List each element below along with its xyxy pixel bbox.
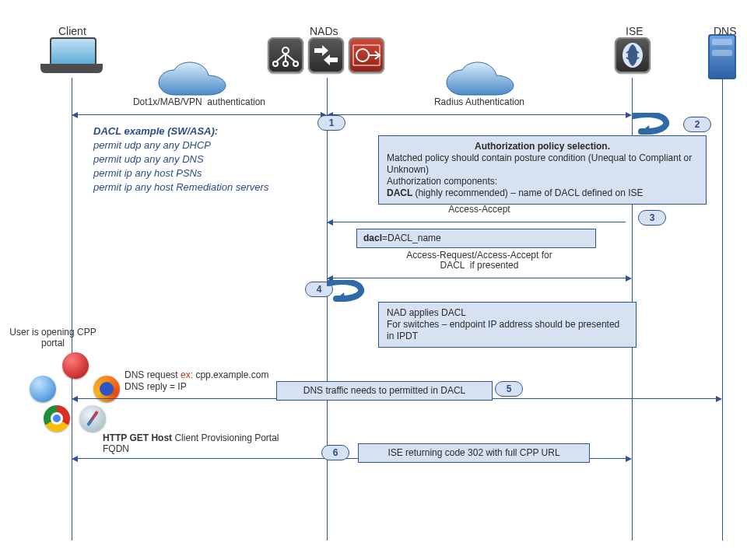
- msg-dot1x-auth: Dot1x/MAB/VPN authentication: [72, 109, 327, 120]
- note-dacl-value: dacl=DACL_name: [356, 229, 596, 248]
- msg-dot1x-auth-label: Dot1x/MAB/VPN authentication: [72, 96, 327, 107]
- note-dacl-eq: =DACL_name: [382, 233, 441, 243]
- svg-point-4: [356, 49, 369, 61]
- head-client-label: Client: [58, 25, 86, 37]
- ise-icon: [615, 37, 651, 73]
- dns-req-ex: ex:: [181, 369, 195, 380]
- safari-icon: [79, 405, 106, 432]
- msg-access-accept-label: Access-Accept: [327, 204, 632, 215]
- http-get-label: HTTP GET Host Client Provisioning Portal…: [103, 432, 279, 454]
- ie-icon: [30, 376, 56, 402]
- note-nad-applies: NAD applies DACL For switches – endpoint…: [378, 302, 637, 348]
- note-authz-title: Authorization policy selection.: [475, 141, 610, 152]
- dns-request-line: DNS request ex: cpp.example.com: [124, 369, 268, 380]
- badge-1: 1: [317, 115, 345, 131]
- note-nad-l2: For switches – endpoint IP address shoul…: [387, 319, 628, 342]
- nad-self-loop: [327, 280, 374, 306]
- note-authz-l3a: DACL: [387, 187, 415, 198]
- note-authz-l3b: (highly recommended) – name of DACL defi…: [415, 187, 643, 198]
- chrome-icon: [44, 405, 70, 432]
- msg-radius-auth-label: Radius Authentication: [327, 96, 632, 107]
- badge-5: 5: [495, 381, 523, 397]
- dacl-example: DACL example (SW/ASA): permit udp any an…: [93, 124, 319, 194]
- svg-point-1: [273, 61, 278, 66]
- dns-req-pre: DNS request: [124, 369, 181, 380]
- nad-firewall-icon: [349, 37, 384, 73]
- lifeline-nads: [327, 78, 328, 541]
- head-nads-label: NADs: [310, 25, 338, 37]
- dns-server-icon: [708, 34, 736, 79]
- note-authz-l2: Authorization components:: [387, 176, 698, 187]
- dns-reply-line: DNS reply = IP: [124, 381, 187, 392]
- note-nad-l1: NAD applies DACL: [387, 307, 628, 319]
- nad-switch-icon: [268, 37, 303, 73]
- http-get-bold: HTTP GET Host: [103, 432, 174, 443]
- svg-point-3: [293, 61, 298, 66]
- dacl-example-l3: permit ip any host PSNs: [93, 166, 319, 180]
- dacl-example-title: DACL example (SW/ASA):: [93, 124, 319, 138]
- badge-3: 3: [638, 210, 666, 226]
- badge-6: 6: [321, 445, 349, 460]
- lifeline-dns: [722, 78, 723, 541]
- nad-router-icon: [308, 37, 344, 73]
- dns-req-host: cpp.example.com: [195, 369, 268, 380]
- dacl-example-l2: permit udp any any DNS: [93, 152, 319, 166]
- badge-2: 2: [683, 117, 711, 132]
- msg-dacl-exchange-label: Access-Request/Access-Accept for DACL if…: [327, 250, 632, 271]
- lifeline-client: [72, 78, 72, 541]
- note-ise-302: ISE returning code 302 with full CPP URL: [358, 443, 590, 463]
- opera-icon: [62, 352, 89, 379]
- head-ise-label: ISE: [626, 25, 644, 37]
- side-cpp-text: User is opening CPP portal: [6, 327, 100, 348]
- note-dns-traffic: DNS traffic needs to permitted in DACL: [276, 381, 493, 401]
- note-authz-l1: Matched policy should contain posture co…: [387, 152, 698, 176]
- client-laptop-icon: [40, 37, 103, 75]
- msg-access-accept: Access-Accept: [327, 216, 632, 227]
- note-dacl-key: dacl: [363, 233, 382, 243]
- dacl-example-l4: permit ip any host Remediation servers: [93, 180, 319, 194]
- dacl-example-l1: permit udp any any DHCP: [93, 138, 319, 152]
- msg-radius-auth: Radius Authentication: [327, 109, 632, 120]
- note-authz-policy: Authorization policy selection. Matched …: [378, 135, 707, 205]
